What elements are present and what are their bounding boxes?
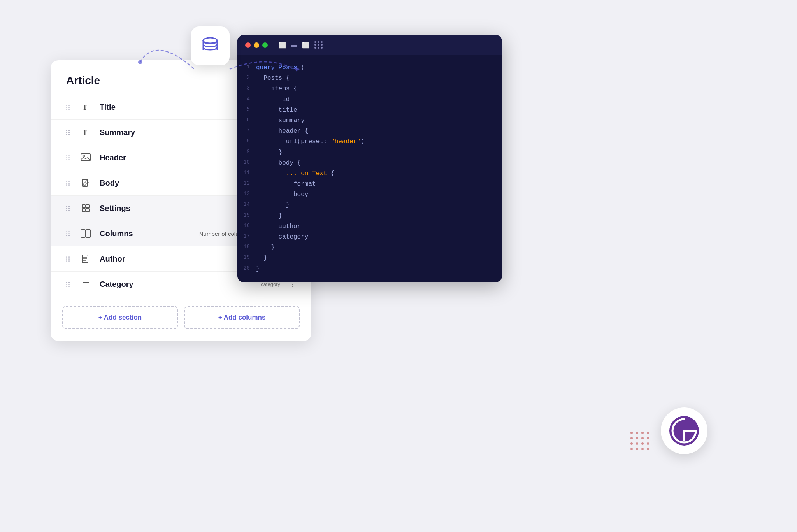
line-content: body { bbox=[256, 158, 301, 169]
window-icon-1[interactable]: ⬜ bbox=[279, 41, 286, 49]
grid-menu-icon[interactable] bbox=[314, 41, 323, 49]
line-content: header { bbox=[256, 126, 308, 137]
database-icon bbox=[199, 35, 221, 57]
svg-point-6 bbox=[83, 155, 85, 157]
code-line: 18 } bbox=[237, 242, 502, 253]
text-icon: T bbox=[79, 126, 92, 139]
code-line: 13 body bbox=[237, 190, 502, 200]
dot-grid-decoration bbox=[630, 432, 649, 450]
titlebar-icons: ⬜ ▬ ⬜ bbox=[279, 41, 323, 49]
line-number: 17 bbox=[237, 232, 256, 242]
line-content: Posts { bbox=[256, 73, 290, 84]
svg-rect-8 bbox=[82, 205, 85, 208]
svg-rect-10 bbox=[82, 209, 85, 212]
maximize-button[interactable] bbox=[262, 42, 268, 48]
line-content: query Posts { bbox=[256, 63, 305, 73]
close-button[interactable] bbox=[245, 42, 251, 48]
grid-icon bbox=[79, 202, 92, 214]
code-line: 7 header { bbox=[237, 126, 502, 137]
window-icon-2[interactable]: ▬ bbox=[291, 41, 297, 49]
field-name-columns: Columns bbox=[100, 229, 191, 238]
svg-rect-12 bbox=[81, 230, 85, 237]
line-content: title bbox=[256, 105, 297, 116]
add-section-button[interactable]: + Add section bbox=[62, 306, 178, 329]
svg-rect-11 bbox=[86, 209, 89, 212]
line-number: 2 bbox=[237, 73, 256, 84]
code-panel: ⬜ ▬ ⬜ 1query Posts {2 Posts {3 items {4 … bbox=[237, 35, 502, 282]
line-content: } bbox=[256, 211, 282, 221]
line-content: } bbox=[256, 264, 260, 274]
line-number: 8 bbox=[237, 137, 256, 147]
code-line: 15 } bbox=[237, 211, 502, 221]
add-columns-button[interactable]: + Add columns bbox=[184, 306, 300, 329]
code-line: 1query Posts { bbox=[237, 63, 502, 73]
drag-handle[interactable] bbox=[66, 155, 72, 160]
code-line: 20} bbox=[237, 264, 502, 274]
text-icon: T bbox=[79, 101, 92, 113]
line-content: summary bbox=[256, 116, 305, 126]
line-content: category bbox=[256, 232, 308, 242]
minimize-button[interactable] bbox=[254, 42, 259, 48]
line-content: } bbox=[256, 242, 275, 253]
line-number: 6 bbox=[237, 116, 256, 126]
line-content: author bbox=[256, 221, 301, 232]
code-body: 1query Posts {2 Posts {3 items {4 _id5 t… bbox=[237, 55, 502, 282]
code-line: 10 body { bbox=[237, 158, 502, 169]
category-tag: category bbox=[261, 281, 280, 287]
drag-handle[interactable] bbox=[66, 206, 72, 211]
code-line: 19 } bbox=[237, 253, 502, 263]
database-icon-card bbox=[191, 26, 230, 65]
drag-handle[interactable] bbox=[66, 130, 72, 135]
line-number: 7 bbox=[237, 126, 256, 137]
code-line: 6 summary bbox=[237, 116, 502, 126]
line-number: 11 bbox=[237, 169, 256, 179]
line-number: 16 bbox=[237, 221, 256, 232]
drag-handle[interactable] bbox=[66, 256, 72, 262]
code-titlebar: ⬜ ▬ ⬜ bbox=[237, 35, 502, 55]
line-content: _id bbox=[256, 95, 290, 105]
image-icon bbox=[79, 151, 92, 164]
line-number: 18 bbox=[237, 242, 256, 253]
columns-icon bbox=[79, 227, 92, 240]
code-line: 4 _id bbox=[237, 95, 502, 105]
line-number: 1 bbox=[237, 63, 256, 73]
line-number: 9 bbox=[237, 147, 256, 158]
edit-icon bbox=[79, 177, 92, 189]
code-line: 12 format bbox=[237, 179, 502, 190]
window-icon-3[interactable]: ⬜ bbox=[302, 41, 310, 49]
list-icon bbox=[79, 278, 92, 290]
traffic-lights bbox=[245, 42, 268, 48]
line-content: ... on Text { bbox=[256, 169, 335, 179]
gatsby-logo bbox=[661, 407, 707, 454]
code-line: 3 items { bbox=[237, 84, 502, 94]
drag-handle[interactable] bbox=[66, 181, 72, 186]
line-number: 3 bbox=[237, 84, 256, 94]
svg-text:T: T bbox=[83, 104, 87, 111]
drag-handle[interactable] bbox=[66, 105, 72, 110]
gatsby-g-icon bbox=[669, 415, 700, 446]
svg-rect-5 bbox=[81, 154, 90, 161]
line-number: 19 bbox=[237, 253, 256, 263]
code-line: 16 author bbox=[237, 221, 502, 232]
drag-handle[interactable] bbox=[66, 231, 72, 236]
line-number: 15 bbox=[237, 211, 256, 221]
line-content: format bbox=[256, 179, 316, 190]
line-number: 14 bbox=[237, 200, 256, 211]
line-number: 13 bbox=[237, 190, 256, 200]
code-line: 14 } bbox=[237, 200, 502, 211]
line-content: } bbox=[256, 200, 290, 211]
line-number: 10 bbox=[237, 158, 256, 169]
code-line: 8 url(preset: "header") bbox=[237, 137, 502, 147]
code-line: 2 Posts { bbox=[237, 73, 502, 84]
svg-text:T: T bbox=[83, 129, 87, 137]
line-number: 12 bbox=[237, 179, 256, 190]
line-content: } bbox=[256, 253, 267, 263]
doc-icon bbox=[79, 253, 92, 265]
drag-handle[interactable] bbox=[66, 282, 72, 287]
line-number: 20 bbox=[237, 264, 256, 274]
action-buttons-row: + Add section + Add columns bbox=[51, 297, 311, 329]
code-line: 9 } bbox=[237, 147, 502, 158]
code-line: 5 title bbox=[237, 105, 502, 116]
code-line: 17 category bbox=[237, 232, 502, 242]
line-content: body bbox=[256, 190, 308, 200]
